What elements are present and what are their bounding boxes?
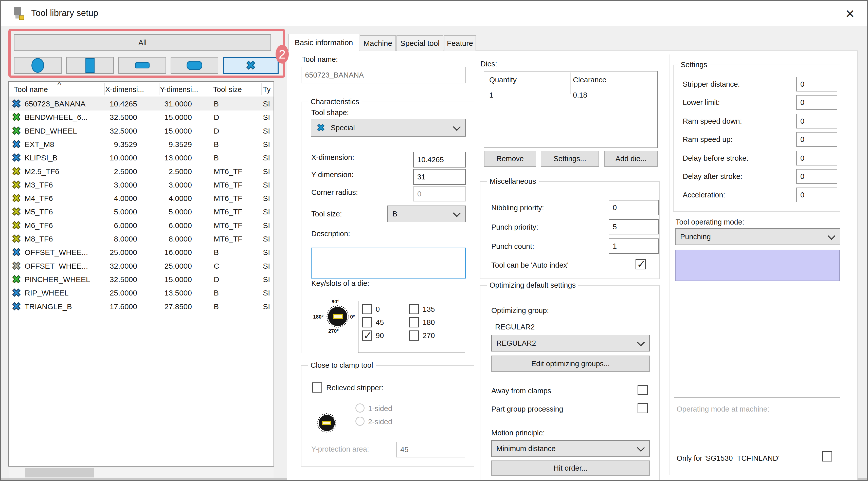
angle-90-checkbox[interactable] [362, 330, 372, 341]
table-row[interactable]: OFFSET_WHEE... 25.0000 16.0000 B SI [9, 246, 274, 259]
cell-tool-name: M8_TF6 [25, 232, 53, 246]
cell-tool-size: D [214, 110, 219, 124]
cell-x-dimension: 25.0000 [98, 246, 137, 259]
settings-field-input[interactable]: 0 [796, 77, 837, 92]
auto-index-checkbox[interactable] [636, 259, 646, 269]
angle-270-checkbox[interactable] [409, 330, 419, 341]
tool-list-header[interactable]: ^ Tool name X-dimensi... Y-dimensi... To… [9, 82, 274, 97]
table-row[interactable]: 650723_BANANA 10.4265 31.0000 B SI [9, 97, 274, 110]
column-header-tool-size[interactable]: Tool size [213, 86, 242, 94]
punch-count-field[interactable]: 1 [609, 238, 659, 254]
punch-priority-field[interactable]: 5 [609, 219, 659, 234]
tab-feature[interactable]: Feature [444, 35, 476, 51]
settings-field-value: 0 [800, 98, 804, 107]
x-dimension-value: 10.4265 [417, 156, 444, 164]
settings-field-input[interactable]: 0 [796, 188, 837, 202]
settings-field-input[interactable]: 0 [796, 95, 837, 110]
table-row[interactable]: BEND_WHEEL 32.5000 15.0000 D SI [9, 124, 274, 138]
tool-name-field[interactable]: 650723_BANANA [301, 67, 466, 84]
optimizing-group-select[interactable]: REGULAR2 [491, 335, 650, 352]
horizontal-scrollbar[interactable] [9, 467, 274, 478]
cell-x-dimension: 5.0000 [98, 205, 137, 219]
cell-tool-size: B [214, 97, 219, 110]
filter-special-button[interactable] [223, 57, 279, 74]
hit-order-button[interactable]: Hit order... [491, 460, 650, 476]
table-row[interactable]: M8_TF6 8.0000 8.0000 MT6_TF SI [9, 232, 274, 246]
dies-list[interactable]: Quantity Clearance 1 0.18 [484, 71, 658, 148]
scrollbar-thumb[interactable] [25, 468, 94, 477]
two-sided-radio[interactable] [355, 417, 365, 426]
column-header-type[interactable]: Ty [263, 86, 271, 94]
angle-45-checkbox[interactable] [362, 317, 372, 327]
angle-0-checkbox[interactable] [362, 304, 372, 314]
punch-priority-value: 5 [613, 223, 617, 231]
table-row[interactable]: M4_TF6 4.0000 4.0000 MT6_TF SI [9, 192, 274, 205]
settings-field-input[interactable]: 0 [796, 169, 837, 184]
filter-all-button[interactable]: All [14, 34, 271, 51]
tool-operating-mode-select[interactable]: Punching [675, 228, 840, 245]
nibbling-priority-value: 0 [613, 203, 617, 212]
operating-mode-list[interactable] [675, 250, 840, 281]
annotation-badge: 2 [276, 45, 289, 64]
filter-rectangle-button[interactable] [66, 57, 114, 74]
remove-die-button[interactable]: Remove [484, 151, 536, 167]
settings-field-input[interactable]: 0 [796, 151, 837, 165]
tool-size-select[interactable]: B [388, 205, 466, 222]
slot-shape-icon [135, 62, 150, 68]
column-header-tool-name[interactable]: Tool name [14, 86, 48, 94]
dial-90-label: 90° [332, 299, 339, 304]
table-row[interactable]: M2.5_TF6 2.5000 2.5000 MT6_TF SI [9, 165, 274, 178]
die-settings-button[interactable]: Settings... [541, 151, 599, 167]
cell-x-dimension: 32.0000 [98, 259, 137, 273]
cell-tool-name: BENDWHEEL_6... [25, 110, 88, 124]
filter-slot-button[interactable] [118, 57, 166, 74]
cell-type: SI [263, 97, 270, 110]
table-row[interactable]: PINCHER_WHEEL 32.5000 15.0000 D SI [9, 273, 274, 286]
table-row[interactable]: TRIANGLE_B 17.6000 27.8500 B SI [9, 300, 274, 313]
cell-type: SI [263, 273, 270, 286]
x-dimension-field[interactable]: 10.4265 [413, 152, 466, 167]
cell-x-dimension: 25.0000 [98, 286, 137, 299]
table-row[interactable]: M5_TF6 5.0000 5.0000 MT6_TF SI [9, 205, 274, 219]
angle-135-checkbox[interactable] [409, 304, 419, 314]
cell-x-dimension: 10.4265 [98, 97, 137, 110]
column-header-x-dimension[interactable]: X-dimensi... [105, 86, 144, 94]
settings-field-value: 0 [800, 172, 804, 181]
cell-tool-name: TRIANGLE_B [25, 300, 72, 313]
tab-basic-information[interactable]: Basic information [288, 34, 359, 51]
table-row[interactable]: OFFSET_WHEE... 32.0000 25.0000 C SI [9, 259, 274, 273]
description-textarea[interactable] [311, 248, 466, 279]
motion-principle-select[interactable]: Minimum distance [491, 440, 650, 457]
edit-optimizing-groups-button[interactable]: Edit optimizing groups... [491, 356, 650, 372]
nibbling-priority-field[interactable]: 0 [609, 200, 659, 215]
one-sided-radio[interactable] [355, 404, 365, 413]
cell-tool-name: BEND_WHEEL [25, 124, 77, 138]
y-dimension-field[interactable]: 31 [413, 169, 466, 185]
two-sided-label: 2-sided [368, 417, 392, 426]
part-group-processing-checkbox[interactable] [638, 403, 648, 413]
only-for-machine-checkbox[interactable] [822, 451, 832, 461]
table-row[interactable]: RIP_WHEEL 25.0000 13.5000 B SI [9, 286, 274, 299]
cell-tool-size: C [214, 259, 219, 273]
tab-machine[interactable]: Machine [360, 35, 396, 51]
filter-obround-button[interactable] [170, 57, 218, 74]
table-row[interactable]: M3_TF6 3.0000 3.0000 MT6_TF SI [9, 178, 274, 192]
chevron-down-icon [828, 232, 835, 240]
cell-type: SI [263, 205, 270, 219]
away-from-clamps-checkbox[interactable] [638, 385, 648, 395]
relieved-stripper-checkbox[interactable] [312, 382, 322, 392]
close-icon[interactable]: ✕ [842, 6, 858, 22]
add-die-button[interactable]: Add die... [604, 151, 658, 167]
tool-shape-select[interactable]: Special [311, 119, 466, 137]
tab-special-tool[interactable]: Special tool [397, 35, 443, 51]
table-row[interactable]: BENDWHEEL_6... 32.5000 15.0000 D SI [9, 110, 274, 124]
table-row[interactable]: KLIPSI_B 10.0000 13.0000 B SI [9, 151, 274, 164]
filter-circle-button[interactable] [14, 57, 62, 74]
cell-y-dimension: 16.0000 [152, 246, 192, 259]
column-header-y-dimension[interactable]: Y-dimensi... [160, 86, 198, 94]
settings-field-input[interactable]: 0 [796, 132, 837, 147]
settings-field-input[interactable]: 0 [796, 114, 837, 128]
table-row[interactable]: M6_TF6 6.0000 6.0000 MT6_TF SI [9, 219, 274, 232]
table-row[interactable]: EXT_M8 9.3529 9.3529 B SI [9, 138, 274, 151]
angle-180-checkbox[interactable] [409, 317, 419, 327]
